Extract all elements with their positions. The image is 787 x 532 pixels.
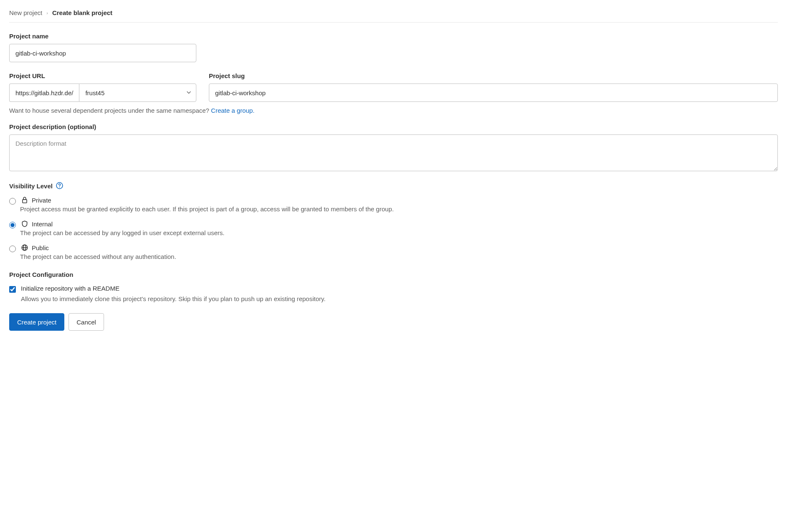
namespace-hint: Want to house several dependent projects… bbox=[9, 107, 778, 114]
visibility-public-desc: The project can be accessed without any … bbox=[20, 253, 778, 260]
visibility-private-label: Private bbox=[32, 197, 51, 204]
project-description-label: Project description (optional) bbox=[9, 123, 778, 130]
project-name-label: Project name bbox=[9, 33, 196, 40]
shield-icon bbox=[21, 220, 28, 228]
breadcrumb-current: Create blank project bbox=[52, 9, 112, 16]
project-configuration-heading: Project Configuration bbox=[9, 271, 778, 278]
create-project-button[interactable]: Create project bbox=[9, 313, 64, 331]
project-url-label: Project URL bbox=[9, 72, 196, 79]
create-group-link[interactable]: Create a group. bbox=[211, 107, 254, 114]
project-url-prefix: https://gitlab.hzdr.de/ bbox=[9, 84, 79, 102]
visibility-private-desc: Project access must be granted explicitl… bbox=[20, 205, 778, 213]
visibility-internal-label: Internal bbox=[32, 220, 53, 228]
breadcrumb: New project › Create blank project bbox=[9, 9, 778, 23]
visibility-private-radio[interactable] bbox=[9, 198, 16, 205]
chevron-right-icon: › bbox=[46, 10, 48, 15]
visibility-radio-group: Private Project access must be granted e… bbox=[9, 196, 778, 260]
readme-checkbox[interactable] bbox=[9, 286, 16, 293]
lock-icon bbox=[21, 196, 28, 204]
visibility-level-label: Visibility Level bbox=[9, 182, 778, 190]
namespace-selected-value: frust45 bbox=[85, 89, 104, 96]
visibility-public-radio[interactable] bbox=[9, 246, 16, 252]
visibility-internal-desc: The project can be accessed by any logge… bbox=[20, 229, 778, 236]
project-slug-input[interactable] bbox=[209, 84, 778, 102]
project-slug-label: Project slug bbox=[209, 72, 778, 79]
namespace-select[interactable]: frust45 bbox=[79, 84, 196, 102]
breadcrumb-new-project[interactable]: New project bbox=[9, 9, 42, 16]
svg-rect-2 bbox=[23, 200, 27, 203]
readme-checkbox-label[interactable]: Initialize repository with a README bbox=[21, 285, 119, 292]
svg-point-1 bbox=[59, 187, 60, 188]
help-icon[interactable] bbox=[56, 182, 63, 189]
readme-checkbox-desc: Allows you to immediately clone this pro… bbox=[21, 295, 778, 302]
globe-icon bbox=[21, 244, 28, 251]
project-name-input[interactable] bbox=[9, 44, 196, 62]
visibility-public-label: Public bbox=[32, 244, 49, 251]
visibility-internal-radio[interactable] bbox=[9, 222, 16, 228]
namespace-hint-text: Want to house several dependent projects… bbox=[9, 107, 211, 114]
cancel-button[interactable]: Cancel bbox=[69, 313, 104, 331]
project-description-input[interactable] bbox=[9, 134, 778, 171]
